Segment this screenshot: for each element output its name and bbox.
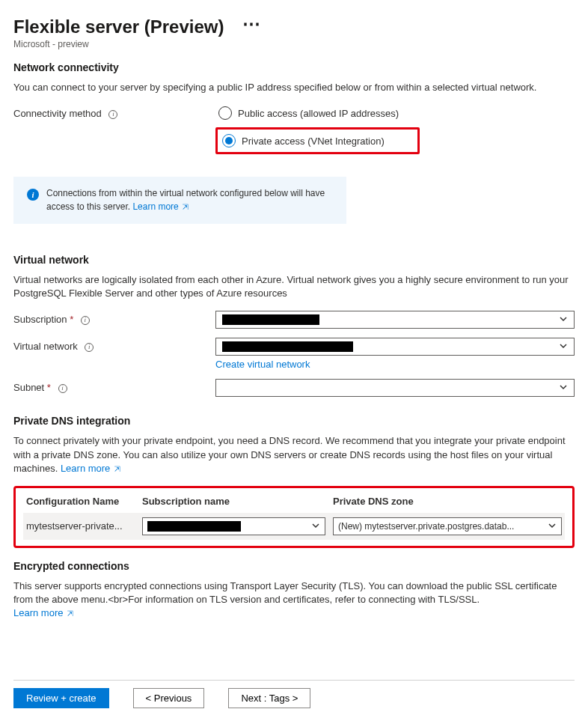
tls-description: This server supports encrypted connectio… bbox=[13, 579, 575, 621]
more-actions-button[interactable]: ⋯ bbox=[242, 13, 260, 34]
redacted-value bbox=[147, 521, 241, 532]
external-link-icon bbox=[183, 203, 189, 211]
radio-icon bbox=[222, 134, 236, 147]
learn-more-link[interactable]: Learn more bbox=[132, 201, 189, 212]
info-icon[interactable]: i bbox=[58, 384, 67, 393]
col-header-sub: Subscription name bbox=[142, 496, 333, 507]
next-button[interactable]: Next : Tags > bbox=[228, 688, 310, 708]
chevron-down-icon bbox=[559, 383, 568, 393]
learn-more-link[interactable]: Learn more bbox=[61, 463, 120, 474]
col-header-zone: Private DNS zone bbox=[333, 496, 562, 507]
learn-more-link[interactable]: Learn more bbox=[13, 607, 73, 618]
chevron-down-icon bbox=[559, 314, 568, 325]
config-name-value: mytestserver-private... bbox=[26, 520, 142, 532]
create-vnet-link[interactable]: Create virtual network bbox=[215, 359, 575, 370]
external-link-icon bbox=[67, 609, 73, 618]
info-icon[interactable]: i bbox=[81, 316, 90, 325]
section-heading-tls: Encrypted connections bbox=[13, 560, 575, 572]
section-heading-vnet: Virtual network bbox=[13, 254, 575, 266]
info-circle-icon: i bbox=[27, 189, 39, 201]
chevron-down-icon bbox=[559, 341, 568, 352]
label-subscription: Subscription * i bbox=[13, 311, 215, 325]
subscription-dropdown[interactable] bbox=[215, 311, 575, 329]
section-heading-dns: Private DNS integration bbox=[13, 415, 575, 427]
dns-zone-value: (New) mytestserver.private.postgres.data… bbox=[338, 521, 514, 532]
redacted-value bbox=[222, 314, 319, 325]
radio-public-access[interactable]: Public access (allowed IP addresses) bbox=[215, 105, 575, 121]
radio-label: Private access (VNet Integration) bbox=[242, 136, 385, 147]
label-connectivity-method: Connectivity method i bbox=[13, 105, 215, 119]
previous-button[interactable]: < Previous bbox=[133, 688, 205, 708]
redacted-value bbox=[222, 341, 353, 352]
info-icon[interactable]: i bbox=[108, 110, 117, 119]
dns-table: Configuration Name Subscription name Pri… bbox=[13, 486, 575, 548]
col-header-config: Configuration Name bbox=[26, 496, 142, 507]
section-heading-network: Network connectivity bbox=[13, 61, 575, 73]
table-row: mytestserver-private... (New) mytestserv… bbox=[23, 513, 565, 540]
dns-description: To connect privately with your private e… bbox=[13, 434, 575, 475]
subnet-dropdown[interactable] bbox=[215, 379, 575, 397]
info-icon[interactable]: i bbox=[85, 343, 94, 352]
info-banner: i Connections from within the virtual ne… bbox=[13, 177, 346, 224]
label-subnet: Subnet * i bbox=[13, 379, 215, 393]
network-description: You can connect to your server by specif… bbox=[13, 81, 575, 94]
chevron-down-icon bbox=[311, 521, 320, 532]
external-link-icon bbox=[114, 465, 120, 473]
label-virtual-network: Virtual network i bbox=[13, 338, 215, 352]
vnet-dropdown[interactable] bbox=[215, 338, 575, 356]
private-dns-zone-dropdown[interactable]: (New) mytestserver.private.postgres.data… bbox=[333, 517, 562, 535]
radio-icon bbox=[218, 106, 232, 120]
footer-actions: Review + create < Previous Next : Tags > bbox=[13, 680, 575, 718]
radio-label: Public access (allowed IP addresses) bbox=[238, 108, 399, 119]
review-create-button[interactable]: Review + create bbox=[13, 688, 109, 708]
breadcrumb: Microsoft - preview bbox=[13, 39, 575, 49]
subscription-name-dropdown[interactable] bbox=[142, 517, 325, 535]
radio-private-access[interactable]: Private access (VNet Integration) bbox=[219, 133, 388, 149]
vnet-description: Virtual networks are logically isolated … bbox=[13, 273, 575, 300]
chevron-down-icon bbox=[548, 521, 557, 532]
page-title: Flexible server (Preview) ⋯ bbox=[13, 13, 575, 37]
